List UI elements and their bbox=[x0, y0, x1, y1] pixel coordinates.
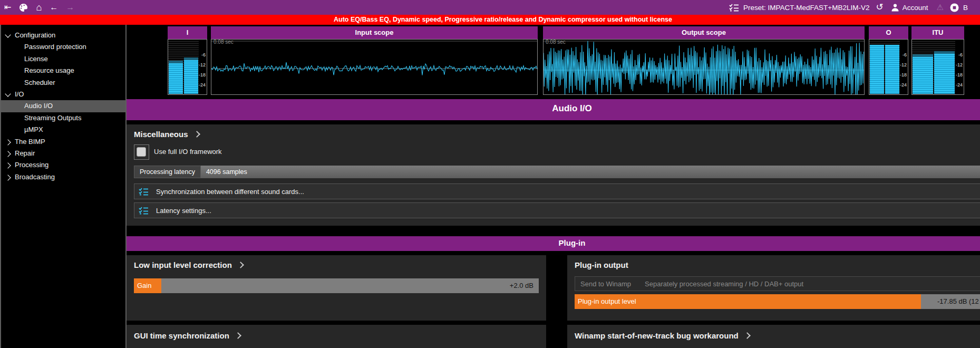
input-scope-title: Input scope bbox=[211, 26, 538, 39]
preset-label[interactable]: Preset: IMPACT-MedFAST+MB2LIM-V2 bbox=[743, 4, 869, 12]
plugin-output-level-value: -17.85 dB (12 bbox=[937, 294, 979, 309]
input-scope-time-label: 0.08 sec bbox=[214, 39, 234, 45]
chevron-down-icon[interactable] bbox=[5, 91, 11, 96]
miscellaneous-panel: Miscellaneous Use full I/O framework Pro… bbox=[127, 124, 980, 226]
account-icon[interactable] bbox=[891, 3, 899, 12]
scale-label: -24 bbox=[199, 83, 206, 88]
input-level-meter: I -6 -12 -18 -24 bbox=[168, 26, 207, 95]
sidebar-item-streaming-outputs[interactable]: Streaming Outputs bbox=[1, 112, 125, 124]
clipped-right-label: B bbox=[963, 4, 968, 12]
scale-label: -18 bbox=[956, 73, 963, 78]
processing-latency-value: 4096 samples bbox=[201, 166, 980, 178]
plugin-output-panel: Plug-in output Send to Winamp Separately… bbox=[567, 255, 980, 321]
sidebar-item-configuration[interactable]: Configuration bbox=[1, 30, 125, 41]
chevron-right-icon[interactable] bbox=[5, 151, 11, 157]
sidebar-item-processing[interactable]: Processing bbox=[1, 159, 125, 171]
gain-value: +2.0 dB bbox=[510, 278, 533, 293]
plugin-output-mode-options: Send to Winamp Separately processed stre… bbox=[575, 276, 980, 291]
scale-label: -6 bbox=[201, 53, 206, 57]
meter-bars bbox=[869, 40, 900, 94]
scale-label: -12 bbox=[956, 63, 963, 67]
scale-label: -12 bbox=[900, 63, 907, 67]
page-header: Audio I/O bbox=[127, 99, 980, 120]
sync-sound-cards-button[interactable]: Synchronization between different sound … bbox=[134, 183, 980, 199]
plugin-output-heading: Plug-in output bbox=[575, 260, 628, 269]
itu-loudness-meter: ITU -6 -12 -18 -24 bbox=[911, 26, 964, 95]
chevron-right-icon[interactable] bbox=[5, 163, 11, 169]
gain-label: Gain bbox=[137, 278, 151, 293]
scale-label: -18 bbox=[900, 73, 907, 78]
sidebar-item-scheduler[interactable]: Scheduler bbox=[1, 77, 125, 89]
plugin-output-level-slider[interactable]: Plug-in output level -17.85 dB (12 bbox=[575, 294, 980, 309]
scale-label: -18 bbox=[199, 73, 206, 78]
sidebar-item-io[interactable]: I/O bbox=[1, 89, 125, 100]
stop-record-icon[interactable] bbox=[950, 3, 959, 12]
chevron-right-icon bbox=[193, 131, 200, 138]
miscellaneous-heading[interactable]: Miscellaneous bbox=[134, 130, 199, 139]
output-meter-title: O bbox=[869, 26, 908, 39]
latency-settings-button[interactable]: Latency settings... bbox=[134, 202, 980, 218]
navigation-tree: Configuration Password protection Licens… bbox=[1, 25, 125, 348]
chevron-right-icon bbox=[235, 332, 241, 339]
skip-to-start-icon[interactable]: ⇤ bbox=[4, 0, 11, 15]
winamp-workaround-heading[interactable]: Winamp start-of-new-track bug workaround bbox=[575, 331, 750, 340]
scale-label: -12 bbox=[199, 63, 206, 67]
sidebar-item-repair[interactable]: Repair bbox=[1, 148, 125, 159]
sidebar-item-the-bimp[interactable]: The BIMP bbox=[1, 136, 125, 148]
gui-time-sync-heading[interactable]: GUI time synchronization bbox=[134, 331, 240, 340]
low-input-level-heading[interactable]: Low input level correction bbox=[134, 260, 243, 269]
page-title: Audio I/O bbox=[552, 103, 592, 114]
input-meter-title: I bbox=[168, 26, 207, 39]
back-arrow-icon[interactable]: ← bbox=[50, 0, 58, 15]
palette-icon[interactable] bbox=[19, 3, 28, 12]
use-full-io-framework-label: Use full I/O framework bbox=[154, 148, 222, 156]
gui-time-sync-panel: GUI time synchronization bbox=[127, 325, 546, 348]
plugin-section-title: Plug-in bbox=[559, 238, 586, 247]
sidebar-item-password-protection[interactable]: Password protection bbox=[1, 41, 125, 53]
chevron-right-icon bbox=[237, 262, 244, 268]
sidebar-item-audio-io[interactable]: Audio I/O bbox=[1, 100, 125, 112]
output-scope-title: Output scope bbox=[543, 26, 865, 39]
processing-latency-control[interactable]: Processing latency 4096 samples bbox=[134, 166, 980, 178]
chevron-right-icon[interactable] bbox=[5, 175, 11, 180]
sync-sound-cards-label: Synchronization between different sound … bbox=[156, 188, 304, 196]
scale-label: -6 bbox=[958, 53, 963, 57]
license-warning-text: Auto EQ/Bass EQ, Dynamic speed, Progress… bbox=[334, 15, 672, 25]
sidebar-item-resource-usage[interactable]: Resource usage bbox=[1, 65, 125, 76]
send-to-winamp-option[interactable]: Send to Winamp bbox=[580, 280, 631, 288]
winamp-workaround-panel: Winamp start-of-new-track bug workaround bbox=[567, 325, 980, 348]
latency-settings-label: Latency settings... bbox=[156, 207, 211, 215]
plugin-output-level-label: Plug-in output level bbox=[578, 294, 636, 309]
meter-bars bbox=[912, 40, 955, 94]
checklist-icon bbox=[139, 188, 149, 196]
undo-icon[interactable]: ↺ bbox=[876, 0, 883, 15]
output-scope: Output scope 0.08 sec bbox=[543, 26, 865, 95]
output-level-meter: O -6 -12 -18 -24 bbox=[869, 26, 908, 95]
home-icon[interactable]: ⌂ bbox=[36, 0, 42, 15]
scale-label: -24 bbox=[956, 83, 963, 88]
sidebar-item-broadcasting[interactable]: Broadcasting bbox=[1, 171, 125, 183]
low-input-level-panel: Low input level correction Gain +2.0 dB bbox=[127, 255, 546, 321]
plugin-section-header: Plug-in bbox=[127, 236, 980, 251]
scale-label: -6 bbox=[903, 53, 907, 57]
meter-bars bbox=[168, 40, 199, 94]
gain-slider[interactable]: Gain +2.0 dB bbox=[134, 278, 539, 293]
itu-meter-title: ITU bbox=[911, 26, 964, 39]
checklist-icon bbox=[139, 207, 149, 215]
top-toolbar: ⇤ ⌂ ← → Preset: IMPACT-MedFAST+MB2LIM-V2… bbox=[0, 0, 980, 15]
input-scope: Input scope 0.08 sec bbox=[211, 26, 538, 95]
forward-arrow-icon[interactable]: → bbox=[66, 0, 74, 15]
separate-processing-option[interactable]: Separately processed streaming / HD / DA… bbox=[645, 280, 803, 288]
sidebar-item-umpx[interactable]: µMPX bbox=[1, 124, 125, 136]
use-full-io-framework-checkbox[interactable] bbox=[134, 144, 149, 160]
chevron-right-icon bbox=[744, 332, 751, 339]
sidebar-item-license[interactable]: License bbox=[1, 53, 125, 65]
output-scope-time-label: 0.08 sec bbox=[546, 39, 566, 45]
account-label[interactable]: Account bbox=[903, 4, 928, 12]
chevron-right-icon[interactable] bbox=[5, 139, 11, 145]
app-window: ⇤ ⌂ ← → Preset: IMPACT-MedFAST+MB2LIM-V2… bbox=[0, 0, 980, 348]
chevron-down-icon[interactable] bbox=[5, 32, 11, 37]
preset-list-icon[interactable] bbox=[729, 4, 739, 12]
scale-label: -24 bbox=[900, 83, 907, 88]
processing-latency-label: Processing latency bbox=[134, 166, 201, 178]
